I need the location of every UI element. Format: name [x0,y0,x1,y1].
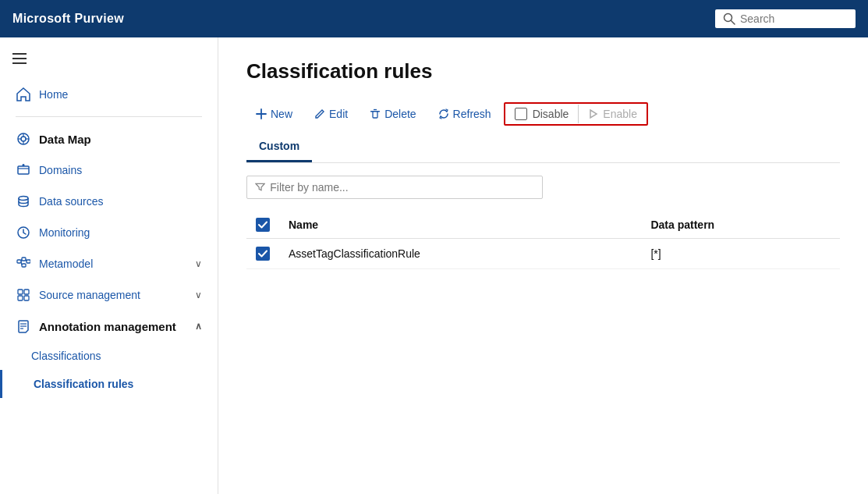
annotation-icon [16,318,31,334]
svg-rect-2 [12,53,27,55]
sidebar-item-label-domains: Domains [39,164,82,176]
sidebar-item-label-annotation: Annotation management [39,320,176,333]
sidebar-item-classification-rules[interactable]: Classification rules [0,370,218,398]
play-icon [588,108,599,119]
filter-icon [255,182,265,193]
edit-icon [314,108,325,119]
sidebar: Home Data Map [0,37,218,494]
edit-button[interactable]: Edit [305,103,357,125]
metamodel-chevron: ∨ [195,258,202,269]
svg-rect-15 [17,260,21,263]
svg-rect-25 [24,296,29,300]
svg-rect-24 [18,296,23,300]
svg-rect-4 [12,62,27,64]
source-management-icon [16,287,31,303]
layout: Home Data Map [0,37,868,494]
header-checkbox[interactable] [256,218,270,232]
row-checkbox-cell [246,239,279,269]
svg-rect-17 [22,264,26,267]
search-icon [723,12,735,25]
hamburger-button[interactable] [0,47,218,79]
svg-line-20 [21,261,22,265]
svg-line-19 [21,259,22,261]
svg-rect-22 [18,290,23,294]
tab-bar: Custom [246,132,840,163]
metamodel-icon [16,256,31,272]
sidebar-item-home[interactable]: Home [0,79,218,110]
sidebar-item-label-source-management: Source management [39,289,140,301]
svg-point-6 [21,137,26,141]
data-table: Name Data pattern AssetTagClassification… [246,211,840,269]
enable-label: Enable [603,108,637,120]
sidebar-item-monitoring[interactable]: Monitoring [0,217,218,248]
sidebar-divider-1 [16,116,202,117]
sidebar-item-annotation-management[interactable]: Annotation management ∧ [0,311,218,342]
new-button[interactable]: New [246,103,302,125]
search-box[interactable] [715,9,856,28]
table-header-checkbox-cell [246,211,279,239]
domains-icon [16,162,31,178]
filter-input[interactable] [270,181,534,194]
page-title: Classification rules [246,59,840,84]
sidebar-item-label-data-map: Data Map [39,133,91,146]
svg-rect-16 [22,258,26,261]
disable-label: Disable [533,108,569,120]
annotation-chevron: ∧ [195,321,202,332]
brand-name: Microsoft Purview [12,12,124,26]
data-sources-icon [16,194,31,209]
delete-label: Delete [384,108,416,120]
delete-icon [370,108,381,119]
svg-rect-23 [24,290,29,294]
tab-custom-label: Custom [259,140,299,152]
disable-enable-group: Disable Enable [504,102,648,126]
table-col-pattern: Data pattern [641,211,840,239]
svg-line-21 [26,259,27,261]
table-header-row: Name Data pattern [246,211,840,239]
data-map-icon [16,131,31,147]
sidebar-item-label-classifications: Classifications [31,350,101,362]
table-col-name: Name [279,211,641,239]
refresh-icon [438,108,449,119]
topbar: Microsoft Purview [0,0,868,37]
svg-line-1 [732,21,735,25]
sidebar-item-label-home: Home [39,88,68,101]
svg-rect-31 [370,111,380,112]
main-content: Classification rules New Edit [218,37,868,494]
svg-rect-11 [18,166,29,174]
monitoring-icon [16,225,31,240]
refresh-button[interactable]: Refresh [429,103,501,125]
row-data-pattern: [*] [641,239,840,269]
delete-button[interactable]: Delete [360,103,425,125]
enable-button[interactable]: Enable [579,104,647,124]
sidebar-item-classifications[interactable]: Classifications [0,342,218,370]
home-icon [16,87,31,102]
toolbar: New Edit Delete [246,102,840,126]
sidebar-item-metamodel[interactable]: Metamodel ∨ [0,248,218,279]
row-name: AssetTagClassificationRule [279,239,641,269]
sidebar-item-label-data-sources: Data sources [39,195,103,208]
sidebar-item-domains[interactable]: Domains [0,155,218,186]
row-checkbox[interactable] [256,247,270,261]
sidebar-item-label-classification-rules: Classification rules [34,378,133,390]
search-input[interactable] [740,12,848,25]
svg-rect-18 [27,260,30,263]
sidebar-item-label-metamodel: Metamodel [39,258,93,270]
plus-icon [256,108,267,119]
sidebar-item-data-sources[interactable]: Data sources [0,186,218,217]
disable-checkbox-icon [515,108,527,120]
sidebar-item-label-monitoring: Monitoring [39,226,90,239]
svg-point-13 [19,197,28,201]
source-management-chevron: ∨ [195,290,202,300]
filter-input-wrap[interactable] [246,176,543,199]
refresh-label: Refresh [453,108,491,120]
sidebar-item-data-map[interactable]: Data Map [0,123,218,155]
sidebar-item-source-management[interactable]: Source management ∨ [0,279,218,311]
new-label: New [271,108,292,120]
svg-point-12 [23,164,25,166]
edit-label: Edit [329,108,348,120]
svg-rect-3 [12,58,27,59]
svg-marker-33 [590,110,597,118]
disable-button[interactable]: Disable [505,104,579,124]
table-row: AssetTagClassificationRule [*] [246,239,840,269]
tab-custom[interactable]: Custom [246,132,312,162]
